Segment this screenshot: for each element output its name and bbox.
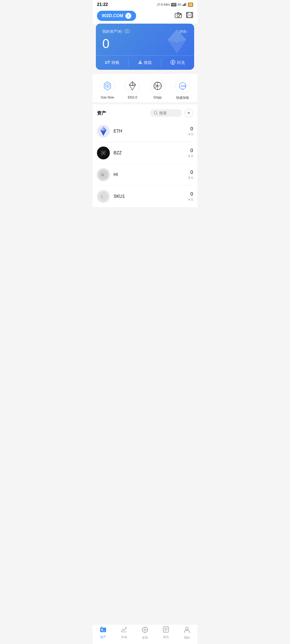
svg-rect-0: [183, 5, 183, 6]
receive-icon: [138, 60, 142, 65]
assets-section: 资产 +: [93, 104, 197, 207]
quick-access-section: Gas Now Eth2.0: [93, 74, 197, 102]
add-asset-button[interactable]: +: [184, 109, 193, 117]
card-actions: 转账 收款 闪兑: [96, 55, 194, 70]
speed-indicator: 27.8 KB/s: [157, 3, 170, 6]
sku1-amount: 0: [188, 191, 193, 197]
bzz-cny: ¥ 0: [188, 154, 193, 158]
hd-badge: HD: [171, 3, 176, 6]
svg-rect-2: [185, 3, 186, 6]
search-box[interactable]: [150, 109, 182, 117]
svg-rect-3: [186, 3, 187, 6]
transfer-icon: [105, 60, 110, 65]
svg-text:hi: hi: [101, 173, 104, 177]
status-bar: 21:22 27.8 KB/s HD 4G 18: [93, 0, 197, 8]
eth2-icon-circle: [125, 78, 140, 93]
bzz-amount: 0: [188, 148, 193, 153]
hi-balance: 0 ¥ 0: [188, 170, 193, 180]
eth-cny: ¥ 0: [188, 132, 193, 136]
add-chain-label: 快捷加链: [176, 96, 189, 100]
assets-header: 资产 +: [93, 104, 197, 120]
sku1-balance: 0 ¥ 0: [188, 191, 193, 202]
sku1-coin-icon: S: [97, 190, 110, 203]
eth-balance: 0 ¥ 0: [188, 126, 193, 136]
gas-now-icon-circle: [100, 78, 115, 93]
assets-title: 资产: [97, 110, 106, 116]
camera-add-icon[interactable]: [175, 12, 182, 20]
quick-item-gas-now[interactable]: Gas Now: [100, 78, 115, 100]
battery-icon: 18: [188, 3, 193, 7]
svg-text:S: S: [101, 195, 103, 198]
assets-search-row: +: [150, 109, 193, 117]
gas-now-label: Gas Now: [101, 96, 114, 99]
quick-item-eth2[interactable]: Eth2.0: [125, 78, 140, 100]
bzz-balance: 0 ¥ 0: [188, 148, 193, 158]
asset-label: 我的资产(¥): [102, 29, 130, 34]
eth-amount: 0: [188, 126, 193, 132]
asset-item-bzz[interactable]: BZZ 0 ¥ 0: [97, 142, 193, 164]
asset-item-hi[interactable]: hi HI 0 ¥ 0: [97, 164, 193, 186]
add-chain-icon-circle: EVM: [175, 78, 190, 93]
dapp-label: DApp: [154, 96, 162, 99]
status-icons: 27.8 KB/s HD 4G 18: [157, 3, 193, 7]
hi-cny: ¥ 0: [188, 176, 193, 180]
sku1-cny: ¥ 0: [188, 197, 193, 202]
dapp-icon-circle: [150, 78, 165, 93]
transfer-button[interactable]: 转账: [96, 56, 129, 70]
hi-coin-icon: hi: [97, 168, 110, 181]
search-icon: [154, 111, 158, 115]
detail-link[interactable]: 详情 ›: [179, 29, 188, 34]
bzz-coin-icon: [97, 147, 110, 159]
brand-name: 902D.COM: [102, 13, 123, 18]
sku1-name: SKU1: [114, 194, 188, 199]
search-input[interactable]: [159, 111, 178, 115]
quick-item-dapp[interactable]: DApp: [150, 78, 165, 100]
svg-text:EVM: EVM: [181, 85, 186, 87]
arrow-icon: [125, 13, 131, 19]
hi-amount: 0: [188, 170, 193, 175]
bzz-name: BZZ: [114, 151, 188, 155]
svg-point-12: [124, 29, 130, 33]
network-badge: 4G: [177, 3, 182, 6]
quick-item-add-chain[interactable]: EVM 快捷加链: [175, 78, 190, 100]
signal-icon: [183, 3, 187, 6]
asset-card: 我的资产(¥) 详情 › 0: [96, 24, 194, 70]
status-time: 21:22: [97, 2, 108, 7]
svg-point-13: [126, 30, 128, 32]
svg-line-28: [157, 114, 157, 115]
svg-rect-1: [184, 4, 184, 6]
asset-item-eth[interactable]: ETH 0 ¥ 0: [97, 120, 193, 142]
visibility-icon[interactable]: [124, 29, 130, 34]
brand-button[interactable]: 902D.COM: [97, 11, 136, 21]
asset-item-sku1[interactable]: S SKU1 0 ¥ 0: [97, 186, 193, 207]
receive-button[interactable]: 收款: [129, 56, 161, 70]
scan-icon[interactable]: [186, 12, 193, 20]
app-header: 902D.COM: [93, 8, 197, 24]
flash-swap-button[interactable]: 闪兑: [161, 56, 194, 70]
chevron-right-icon: ›: [187, 30, 188, 34]
flash-icon: [171, 60, 175, 65]
svg-point-38: [102, 152, 104, 154]
hi-name: HI: [114, 172, 188, 177]
svg-point-5: [177, 14, 180, 17]
asset-list: ETH 0 ¥ 0 BZZ: [93, 120, 197, 207]
eth2-label: Eth2.0: [128, 96, 137, 99]
eth-name: ETH: [114, 129, 188, 134]
svg-point-41: [99, 192, 108, 201]
eth-coin-icon: [97, 125, 110, 138]
header-actions: [175, 12, 193, 20]
